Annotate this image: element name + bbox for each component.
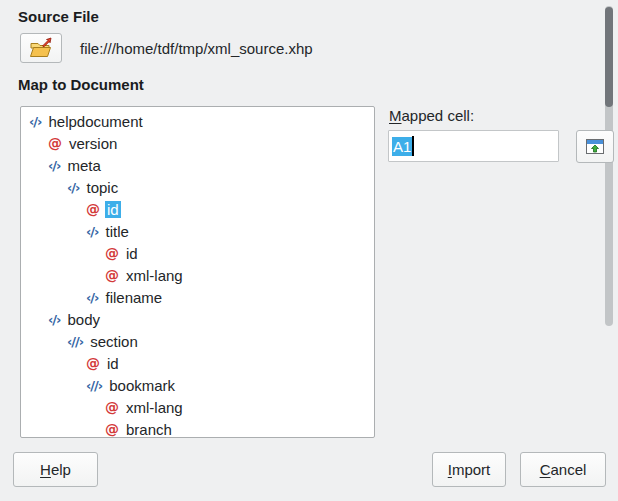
element-icon: ‹/› <box>86 224 98 239</box>
map-to-document-heading: Map to Document <box>18 76 144 93</box>
tree-node[interactable]: ‹/› filename <box>21 286 374 308</box>
tree-node-label: id <box>105 201 121 218</box>
element-icon: ‹/› <box>29 114 41 129</box>
tree-node[interactable]: @ branch <box>21 418 374 438</box>
attribute-icon: @ <box>105 421 119 437</box>
tree-node[interactable]: ‹/› title <box>21 220 374 242</box>
attribute-icon: @ <box>105 245 119 261</box>
element-icon: ‹/› <box>67 180 79 195</box>
tree-node-label: id <box>124 245 140 262</box>
tree-node-label: xml-lang <box>124 399 185 416</box>
tree-node-label: version <box>67 135 119 152</box>
tree-node[interactable]: @ xml-lang <box>21 396 374 418</box>
tree-node[interactable]: @ id <box>21 242 374 264</box>
import-button[interactable]: Import <box>432 452 506 487</box>
element-repeat-icon: ‹//› <box>86 378 102 393</box>
tree-node[interactable]: ‹//› section <box>21 330 374 352</box>
attribute-icon: @ <box>105 399 119 415</box>
attribute-icon: @ <box>105 267 119 283</box>
tree-node[interactable]: ‹/› meta <box>21 154 374 176</box>
attribute-icon: @ <box>86 355 100 371</box>
tree-node-label: body <box>65 311 102 328</box>
element-repeat-icon: ‹//› <box>67 334 83 349</box>
element-icon: ‹/› <box>48 312 60 327</box>
tree-node[interactable]: @ id <box>21 198 374 220</box>
xml-source-dialog: { "source_file": { "heading": "Source Fi… <box>0 0 618 501</box>
text-caret <box>412 136 414 156</box>
cancel-button[interactable]: Cancel <box>520 452 606 487</box>
tree-node-label: filename <box>103 289 164 306</box>
source-file-heading: Source File <box>18 8 99 25</box>
tree-scrollbar-thumb[interactable] <box>605 7 613 107</box>
shrink-button[interactable] <box>576 130 614 163</box>
tree-node-label: topic <box>84 179 120 196</box>
browse-file-button[interactable] <box>20 33 62 63</box>
tree-node-label: xml-lang <box>124 267 185 284</box>
mapped-cell-input[interactable]: A1 <box>388 130 559 162</box>
help-button[interactable]: Help <box>13 452 98 487</box>
shrink-icon <box>585 138 605 155</box>
tree-node[interactable]: ‹/› topic <box>21 176 374 198</box>
tree-node-label: branch <box>124 421 174 438</box>
tree-node-label: meta <box>65 157 102 174</box>
element-icon: ‹/› <box>48 158 60 173</box>
mapped-cell-value: A1 <box>392 137 412 156</box>
tree-node-label: bookmark <box>107 377 177 394</box>
tree-node-label: id <box>105 355 121 372</box>
tree-node[interactable]: @ xml-lang <box>21 264 374 286</box>
tree-node[interactable]: @ version <box>21 132 374 154</box>
tree-node-label: title <box>103 223 130 240</box>
attribute-icon: @ <box>86 201 100 217</box>
tree-node[interactable]: ‹//› bookmark <box>21 374 374 396</box>
tree-node[interactable]: ‹/› helpdocument <box>21 110 374 132</box>
element-icon: ‹/› <box>86 290 98 305</box>
source-file-path: file:///home/tdf/tmp/xml_source.xhp <box>80 40 313 57</box>
open-folder-icon <box>29 37 53 59</box>
mapped-cell-label: Mapped cell: <box>389 107 474 124</box>
attribute-icon: @ <box>48 135 62 151</box>
tree-node-label: section <box>88 333 140 350</box>
xml-structure-tree[interactable]: ‹/› helpdocument @ version ‹/› meta ‹/› … <box>20 106 375 438</box>
tree-node-label: helpdocument <box>46 113 144 130</box>
tree-node[interactable]: ‹/› body <box>21 308 374 330</box>
tree-node[interactable]: @ id <box>21 352 374 374</box>
